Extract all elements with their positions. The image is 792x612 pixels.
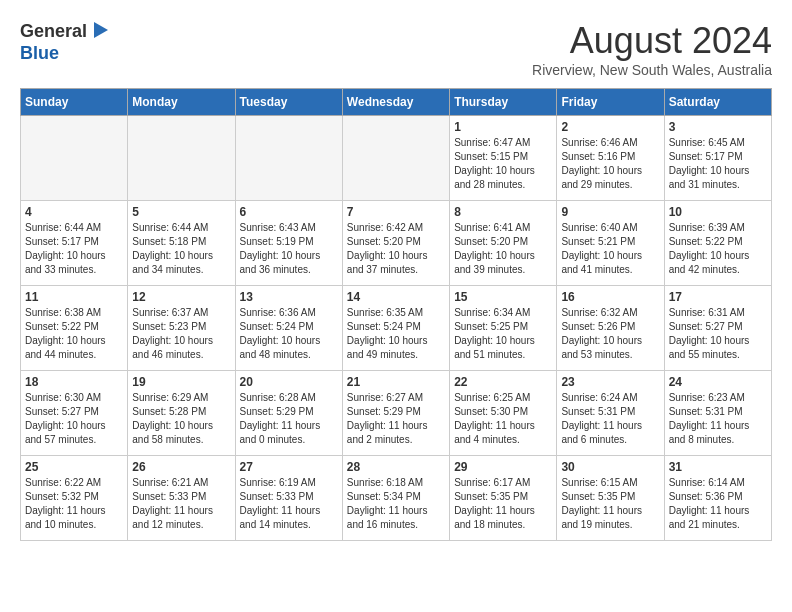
header-wednesday: Wednesday [342, 89, 449, 116]
day-info: Sunrise: 6:15 AM Sunset: 5:35 PM Dayligh… [561, 476, 659, 532]
day-number: 12 [132, 290, 230, 304]
week-row-1: 1Sunrise: 6:47 AM Sunset: 5:15 PM Daylig… [21, 116, 772, 201]
day-info: Sunrise: 6:32 AM Sunset: 5:26 PM Dayligh… [561, 306, 659, 362]
day-number: 14 [347, 290, 445, 304]
calendar-cell: 13Sunrise: 6:36 AM Sunset: 5:24 PM Dayli… [235, 286, 342, 371]
calendar-cell: 5Sunrise: 6:44 AM Sunset: 5:18 PM Daylig… [128, 201, 235, 286]
calendar-cell: 29Sunrise: 6:17 AM Sunset: 5:35 PM Dayli… [450, 456, 557, 541]
calendar-cell: 14Sunrise: 6:35 AM Sunset: 5:24 PM Dayli… [342, 286, 449, 371]
calendar-cell: 19Sunrise: 6:29 AM Sunset: 5:28 PM Dayli… [128, 371, 235, 456]
calendar-table: SundayMondayTuesdayWednesdayThursdayFrid… [20, 88, 772, 541]
day-info: Sunrise: 6:39 AM Sunset: 5:22 PM Dayligh… [669, 221, 767, 277]
day-info: Sunrise: 6:35 AM Sunset: 5:24 PM Dayligh… [347, 306, 445, 362]
day-info: Sunrise: 6:40 AM Sunset: 5:21 PM Dayligh… [561, 221, 659, 277]
day-info: Sunrise: 6:29 AM Sunset: 5:28 PM Dayligh… [132, 391, 230, 447]
calendar-cell: 6Sunrise: 6:43 AM Sunset: 5:19 PM Daylig… [235, 201, 342, 286]
calendar-cell [235, 116, 342, 201]
header-saturday: Saturday [664, 89, 771, 116]
week-row-3: 11Sunrise: 6:38 AM Sunset: 5:22 PM Dayli… [21, 286, 772, 371]
calendar-cell [21, 116, 128, 201]
day-info: Sunrise: 6:23 AM Sunset: 5:31 PM Dayligh… [669, 391, 767, 447]
day-info: Sunrise: 6:24 AM Sunset: 5:31 PM Dayligh… [561, 391, 659, 447]
calendar-cell: 4Sunrise: 6:44 AM Sunset: 5:17 PM Daylig… [21, 201, 128, 286]
day-info: Sunrise: 6:44 AM Sunset: 5:18 PM Dayligh… [132, 221, 230, 277]
day-number: 4 [25, 205, 123, 219]
page-header: General Blue August 2024 Riverview, New … [20, 20, 772, 78]
day-number: 31 [669, 460, 767, 474]
day-number: 29 [454, 460, 552, 474]
day-info: Sunrise: 6:37 AM Sunset: 5:23 PM Dayligh… [132, 306, 230, 362]
calendar-cell: 9Sunrise: 6:40 AM Sunset: 5:21 PM Daylig… [557, 201, 664, 286]
day-info: Sunrise: 6:46 AM Sunset: 5:16 PM Dayligh… [561, 136, 659, 192]
day-info: Sunrise: 6:47 AM Sunset: 5:15 PM Dayligh… [454, 136, 552, 192]
day-number: 23 [561, 375, 659, 389]
calendar-cell: 21Sunrise: 6:27 AM Sunset: 5:29 PM Dayli… [342, 371, 449, 456]
day-number: 24 [669, 375, 767, 389]
day-info: Sunrise: 6:30 AM Sunset: 5:27 PM Dayligh… [25, 391, 123, 447]
calendar-cell: 22Sunrise: 6:25 AM Sunset: 5:30 PM Dayli… [450, 371, 557, 456]
day-number: 7 [347, 205, 445, 219]
day-info: Sunrise: 6:43 AM Sunset: 5:19 PM Dayligh… [240, 221, 338, 277]
day-number: 25 [25, 460, 123, 474]
calendar-cell: 12Sunrise: 6:37 AM Sunset: 5:23 PM Dayli… [128, 286, 235, 371]
header-friday: Friday [557, 89, 664, 116]
day-info: Sunrise: 6:18 AM Sunset: 5:34 PM Dayligh… [347, 476, 445, 532]
day-info: Sunrise: 6:38 AM Sunset: 5:22 PM Dayligh… [25, 306, 123, 362]
calendar-cell: 16Sunrise: 6:32 AM Sunset: 5:26 PM Dayli… [557, 286, 664, 371]
day-number: 11 [25, 290, 123, 304]
week-row-5: 25Sunrise: 6:22 AM Sunset: 5:32 PM Dayli… [21, 456, 772, 541]
logo: General Blue [20, 20, 110, 64]
calendar-cell: 11Sunrise: 6:38 AM Sunset: 5:22 PM Dayli… [21, 286, 128, 371]
day-info: Sunrise: 6:44 AM Sunset: 5:17 PM Dayligh… [25, 221, 123, 277]
day-info: Sunrise: 6:45 AM Sunset: 5:17 PM Dayligh… [669, 136, 767, 192]
calendar-cell [128, 116, 235, 201]
day-info: Sunrise: 6:19 AM Sunset: 5:33 PM Dayligh… [240, 476, 338, 532]
calendar-cell: 25Sunrise: 6:22 AM Sunset: 5:32 PM Dayli… [21, 456, 128, 541]
day-number: 6 [240, 205, 338, 219]
logo-text-general: General [20, 22, 87, 42]
day-info: Sunrise: 6:28 AM Sunset: 5:29 PM Dayligh… [240, 391, 338, 447]
header-monday: Monday [128, 89, 235, 116]
day-number: 10 [669, 205, 767, 219]
day-number: 5 [132, 205, 230, 219]
calendar-cell: 2Sunrise: 6:46 AM Sunset: 5:16 PM Daylig… [557, 116, 664, 201]
day-number: 9 [561, 205, 659, 219]
day-number: 18 [25, 375, 123, 389]
day-number: 21 [347, 375, 445, 389]
day-info: Sunrise: 6:21 AM Sunset: 5:33 PM Dayligh… [132, 476, 230, 532]
day-number: 22 [454, 375, 552, 389]
calendar-cell: 17Sunrise: 6:31 AM Sunset: 5:27 PM Dayli… [664, 286, 771, 371]
calendar-cell: 23Sunrise: 6:24 AM Sunset: 5:31 PM Dayli… [557, 371, 664, 456]
location-subtitle: Riverview, New South Wales, Australia [532, 62, 772, 78]
day-number: 19 [132, 375, 230, 389]
day-number: 17 [669, 290, 767, 304]
day-number: 30 [561, 460, 659, 474]
day-number: 13 [240, 290, 338, 304]
logo-text-blue: Blue [20, 44, 59, 64]
day-number: 27 [240, 460, 338, 474]
calendar-cell: 30Sunrise: 6:15 AM Sunset: 5:35 PM Dayli… [557, 456, 664, 541]
calendar-cell: 8Sunrise: 6:41 AM Sunset: 5:20 PM Daylig… [450, 201, 557, 286]
calendar-cell: 28Sunrise: 6:18 AM Sunset: 5:34 PM Dayli… [342, 456, 449, 541]
day-number: 26 [132, 460, 230, 474]
day-number: 15 [454, 290, 552, 304]
calendar-cell: 10Sunrise: 6:39 AM Sunset: 5:22 PM Dayli… [664, 201, 771, 286]
calendar-cell: 31Sunrise: 6:14 AM Sunset: 5:36 PM Dayli… [664, 456, 771, 541]
header-thursday: Thursday [450, 89, 557, 116]
day-info: Sunrise: 6:31 AM Sunset: 5:27 PM Dayligh… [669, 306, 767, 362]
calendar-cell: 20Sunrise: 6:28 AM Sunset: 5:29 PM Dayli… [235, 371, 342, 456]
calendar-cell: 15Sunrise: 6:34 AM Sunset: 5:25 PM Dayli… [450, 286, 557, 371]
day-number: 8 [454, 205, 552, 219]
logo-arrow-icon [90, 20, 110, 40]
day-info: Sunrise: 6:25 AM Sunset: 5:30 PM Dayligh… [454, 391, 552, 447]
month-title: August 2024 [532, 20, 772, 62]
day-info: Sunrise: 6:22 AM Sunset: 5:32 PM Dayligh… [25, 476, 123, 532]
day-info: Sunrise: 6:14 AM Sunset: 5:36 PM Dayligh… [669, 476, 767, 532]
calendar-cell: 7Sunrise: 6:42 AM Sunset: 5:20 PM Daylig… [342, 201, 449, 286]
day-number: 16 [561, 290, 659, 304]
day-number: 1 [454, 120, 552, 134]
calendar-cell: 24Sunrise: 6:23 AM Sunset: 5:31 PM Dayli… [664, 371, 771, 456]
calendar-cell [342, 116, 449, 201]
title-area: August 2024 Riverview, New South Wales, … [532, 20, 772, 78]
day-info: Sunrise: 6:42 AM Sunset: 5:20 PM Dayligh… [347, 221, 445, 277]
